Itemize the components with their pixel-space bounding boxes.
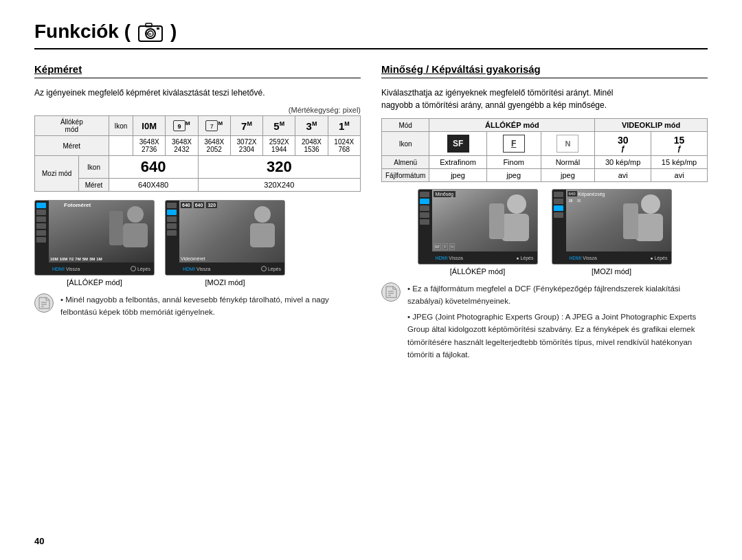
right-section: Minőség / Képváltási gyakoriság Kiválasz… [381,63,708,361]
title-suffix: ) [170,21,177,43]
svg-text:Fn: Fn [146,32,152,36]
left-thumbnails: Fotoméret 10M10M7/27M5M3M1M HDMI Vissza [34,200,361,287]
right-note: • Ez a fájlformátum megfelel a DCF (Fény… [381,282,708,361]
kepemret-table: Állóképmód Ikon I0M 9M 7M 7M 5M 3M 1M Mé… [34,115,361,192]
mozi-thumb: 640 640 320 Videóméret HDMI Vissza [165,200,285,287]
allokep-screen: Fotoméret 10M10M7/27M5M3M1M HDMI Vissza [34,200,155,276]
right-section-desc: Kiválaszthatja az igényeknek megfelelő t… [381,87,708,111]
left-note: • Minél nagyobb a felbontás, annál keves… [34,293,361,319]
camera-icon: Fn [137,21,164,42]
quality-table: Mód ÁLLÓKÉP mód VIDEOKLIP mód Ikon SF F [381,118,708,182]
svg-rect-10 [250,223,275,247]
right-mozi-thumb: 640 Képanézség 15 30 HDMI Vissza [552,189,672,276]
right-allokep-screen: Minőség SF F N HDMI Vissza ● Lépés [418,189,538,265]
page-title: Funkciók ( Fn ) [34,21,708,49]
left-section-desc: Az igényeinek megfelelő képméret kiválas… [34,87,361,99]
svg-point-17 [641,194,660,214]
svg-rect-4 [157,27,159,30]
note-text: • Minél nagyobb a felbontás, annál keves… [60,293,361,319]
right-mozi-screen: 640 Képanézség 15 30 HDMI Vissza [552,189,672,265]
svg-point-9 [254,206,271,223]
left-section: Képméret Az igényeinek megfelelő képmére… [34,63,361,361]
right-note-icon [381,282,401,302]
page-number: 40 [34,536,44,546]
title-text: Funkciók ( [34,21,131,43]
right-section-title: Minőség / Képváltási gyakoriság [381,63,708,78]
svg-rect-15 [502,214,529,241]
unit-label: (Mértékegység: pixel) [34,106,361,114]
svg-rect-18 [636,214,663,241]
right-allokep-label: [ÁLLÓKÉP mód] [450,267,506,276]
svg-rect-7 [123,223,148,247]
right-note-text: • Ez a fájlformátum megfelel a DCF (Fény… [407,282,708,361]
svg-rect-3 [146,23,152,27]
mozi-thumb-label: [MOZI mód] [205,278,245,287]
left-section-title: Képméret [34,63,361,78]
note-icon [34,293,54,313]
svg-point-6 [127,206,144,223]
svg-point-14 [507,194,526,214]
svg-rect-16 [489,203,504,239]
mozi-screen: 640 640 320 Videóméret HDMI Vissza [165,200,285,276]
svg-rect-8 [109,211,123,245]
right-thumbnails: Minőség SF F N HDMI Vissza ● Lépés [381,189,708,276]
right-allokep-thumb: Minőség SF F N HDMI Vissza ● Lépés [418,189,538,276]
right-mozi-label: [MOZI mód] [592,267,631,276]
allokep-thumb: Fotoméret 10M10M7/27M5M3M1M HDMI Vissza [34,200,155,287]
svg-rect-19 [623,203,638,239]
allokep-thumb-label: [ÁLLÓKÉP mód] [67,278,122,287]
icon-label: Ikon [109,116,133,136]
